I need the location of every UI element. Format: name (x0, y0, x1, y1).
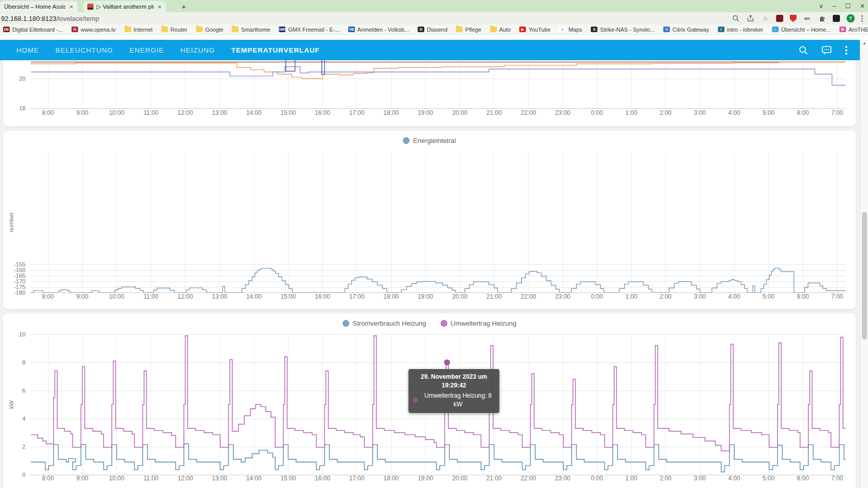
nav-tab-beleuchtung[interactable]: BELEUCHTUNG (56, 46, 113, 54)
x-tick-label: 21:00 (487, 293, 502, 300)
x-tick-label: 22:00 (521, 293, 536, 300)
url-text[interactable]: 92.168.1.180:8123/lovelace/temp (1, 15, 99, 22)
share-icon[interactable] (746, 14, 755, 22)
bookmark-item[interactable]: ♦Maps (559, 27, 582, 33)
bookmark-label: AroTHERM plus VW... (849, 27, 868, 33)
x-tick-label: 12:00 (178, 293, 193, 300)
tab-close-icon[interactable]: ✕ (158, 4, 162, 10)
bookmark-item[interactable]: DEDigital Eliteboard -... (3, 27, 63, 33)
x-tick-label: 21:00 (487, 109, 502, 116)
scrollbar-thumb[interactable] (862, 212, 867, 339)
window-maximize-icon[interactable]: ☐ (845, 3, 851, 10)
window-chevron-icon[interactable]: ∨ (819, 3, 824, 10)
x-tick-label: 2:00 (660, 293, 672, 300)
x-tick-label: 13:00 (212, 475, 227, 482)
window-close-icon[interactable]: ✕ (860, 3, 865, 10)
citrix-lock-icon: C (663, 27, 670, 32)
y-tick-label: 20 (19, 76, 26, 82)
x-tick-label: 14:00 (246, 293, 261, 300)
bookmark-item[interactable]: ✿AroTHERM plus VW... (839, 27, 868, 33)
x-tick-label: 7:00 (831, 293, 843, 300)
tab-title: Übersicht – Home Assistant (4, 4, 65, 10)
x-tick-label: 15:00 (280, 109, 296, 116)
bookmark-item[interactable]: VBAnmelden - Volksb... (348, 27, 409, 33)
bookmark-label: www.opena.tv (81, 27, 115, 33)
heizung-power-card: Stromverbrauch HeizungUmweltertrag Heizu… (3, 313, 856, 488)
x-tick-label: 6:00 (797, 293, 809, 300)
bookmark-item[interactable]: Auto (490, 27, 511, 33)
nav-tab-home[interactable]: HOME (16, 46, 39, 54)
x-tick-label: 10:00 (109, 293, 124, 300)
y-tick-label: 8 (22, 359, 26, 365)
bookmark-item[interactable]: SStrike-NAS - Synolo... (591, 27, 655, 33)
nav-tab-heizung[interactable]: HEIZUNG (180, 46, 215, 54)
x-tick-label: 10:00 (109, 109, 124, 116)
x-tick-label: 6:00 (797, 475, 809, 482)
bookmark-item[interactable]: Internet (125, 27, 153, 33)
bookmark-item[interactable]: iintro - iobroker (718, 27, 763, 33)
dark-extension-icon[interactable] (833, 15, 840, 22)
x-tick-label: 11:00 (143, 475, 158, 482)
nav-tab-temperaturverlauf[interactable]: TEMPERATURVERLAUF (231, 46, 320, 54)
energieintetral-chart[interactable]: -155-160-165-170-175-1808:009:0010:0011:… (3, 131, 856, 309)
extension-red-square-icon[interactable] (776, 15, 783, 22)
legend-dot-icon (343, 320, 349, 327)
x-tick-label: 11:00 (143, 293, 158, 300)
star-bookmark-icon[interactable]: ☆ (761, 14, 769, 22)
x-tick-label: 7:00 (831, 109, 843, 116)
x-tick-label: 23:00 (555, 293, 570, 300)
bookmark-item[interactable]: Router (161, 27, 187, 33)
puzzle-extensions-icon[interactable] (818, 14, 826, 22)
x-tick-label: 0:00 (591, 475, 604, 482)
bookmark-item[interactable]: DDiasend (418, 27, 447, 33)
legend-item[interactable]: Stromverbrauch Heizung (343, 320, 426, 327)
bookmark-item[interactable]: ▶YouTube (519, 27, 550, 33)
legend-dot-icon (441, 320, 447, 327)
legend-item[interactable]: Energieintetral (403, 137, 456, 144)
series-line (31, 444, 847, 472)
legend-label: Energieintetral (413, 137, 456, 144)
profile-avatar[interactable]: T (847, 14, 855, 22)
bookmark-item[interactable]: Google (196, 27, 223, 33)
opena-tv-icon: O (71, 27, 78, 32)
bookmark-item[interactable]: Pflege (456, 27, 481, 33)
legend-item[interactable]: Umweltertrag Heizung (441, 320, 517, 327)
x-tick-label: 18:00 (383, 293, 399, 300)
x-tick-label: 21:00 (487, 475, 502, 482)
x-tick-label: 23:00 (555, 109, 570, 116)
bookmark-item[interactable]: Owww.opena.tv (71, 27, 115, 33)
browser-menu-kebab-icon[interactable] (861, 15, 863, 22)
gmx-icon: GMX (279, 27, 285, 32)
x-tick-label: 13:00 (212, 293, 227, 300)
x-tick-label: 18:00 (383, 475, 399, 482)
adblock-shield-icon[interactable] (790, 15, 797, 22)
bookmark-label: Digital Eliteboard -... (12, 27, 63, 33)
new-tab-button[interactable]: + (179, 2, 189, 12)
digital-eliteboard-icon: DE (3, 27, 10, 32)
x-tick-label: 10:00 (109, 475, 124, 482)
bookmark-item[interactable]: ⌂Übersicht – Home... (772, 27, 831, 33)
temperature-chart[interactable]: 20188:009:0010:0011:0012:0013:0014:0015:… (3, 60, 856, 127)
kebab-menu-icon[interactable] (845, 45, 848, 55)
ha-nav-bar: HOMEBELEUCHTUNGENERGIEHEIZUNGTEMPERATURV… (0, 40, 860, 60)
bookmark-item[interactable]: GMXGMX Freemail - E-... (279, 27, 340, 33)
window-minimize-icon[interactable]: – (832, 3, 836, 10)
search-icon[interactable] (799, 45, 808, 55)
bk-extension-icon[interactable]: BK (803, 14, 811, 22)
nav-tab-energie[interactable]: ENERGIE (130, 46, 164, 54)
bookmark-item[interactable]: CCitrix Gateway (663, 27, 709, 33)
iobroker-icon: i (718, 27, 725, 32)
x-tick-label: 18:00 (383, 109, 399, 116)
browser-address-bar[interactable]: 92.168.1.180:8123/lovelace/temp ☆ BK T (0, 12, 868, 25)
chat-icon[interactable] (822, 45, 832, 55)
browser-tab-vaillant[interactable]: ▷ Vaillant arotherm plus VWL 3 ✕ (83, 1, 166, 12)
y-tick-label: 6 (22, 387, 26, 394)
page-scrollbar[interactable]: ▲ (860, 40, 868, 488)
bookmark-item[interactable]: Smarthome (232, 27, 270, 33)
browser-tab-home-assistant[interactable]: Übersicht – Home Assistant ✕ (0, 1, 78, 12)
tab-close-icon[interactable]: ✕ (69, 4, 74, 10)
chart-tooltip: 29. November 2023 um 19:29:42 Umweltertr… (408, 369, 499, 413)
zoom-icon[interactable] (732, 14, 740, 22)
tooltip-time: 19:29:42 (413, 381, 495, 390)
scroll-up-arrow-icon[interactable]: ▲ (860, 41, 868, 45)
